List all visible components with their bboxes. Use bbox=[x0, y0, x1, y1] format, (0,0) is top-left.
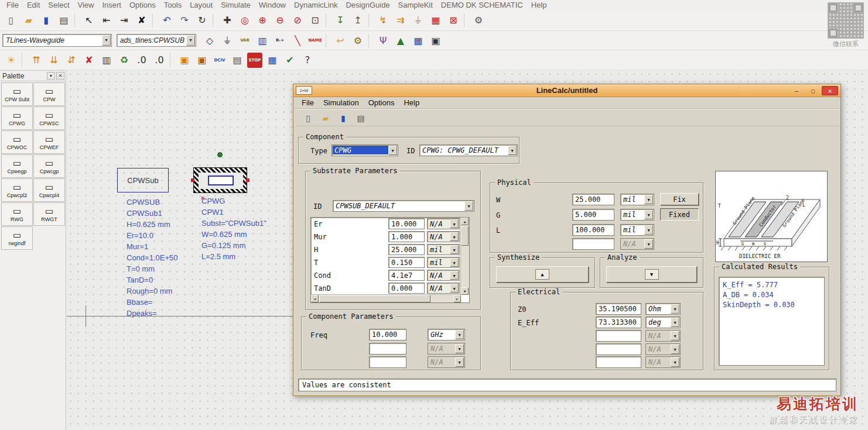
freq-unit-combo[interactable]: GHz bbox=[428, 329, 465, 340]
dc-annotation-voltage-icon[interactable]: ⇈ bbox=[29, 53, 44, 68]
palette-select-combo[interactable]: TLines-Waveguide bbox=[2, 34, 112, 47]
data-display-grid-icon[interactable]: ▦ bbox=[411, 33, 426, 48]
menu-item[interactable]: File bbox=[297, 98, 319, 107]
w-unit-combo[interactable]: mil bbox=[620, 194, 654, 205]
annotation-line[interactable]: Mur=1 bbox=[127, 241, 177, 252]
palette-item[interactable]: rwgindf bbox=[1, 226, 33, 250]
move-component-icon[interactable]: ✚ bbox=[220, 13, 235, 28]
vertical-scrollbar[interactable]: ▲ ▼ bbox=[460, 218, 469, 295]
insert-var-icon[interactable]: VAR bbox=[237, 33, 252, 48]
simulate-icon[interactable]: ☀ bbox=[4, 53, 19, 68]
insert-trace-icon[interactable]: ╲ bbox=[290, 33, 305, 48]
g-value-field[interactable]: 5.000 bbox=[572, 209, 614, 221]
g-unit-combo[interactable]: mil bbox=[620, 209, 654, 221]
stop-simulation-icon[interactable]: STOP bbox=[247, 53, 262, 68]
z0-value-field[interactable]: 35.190500 bbox=[596, 303, 641, 315]
annotation-line[interactable]: Bbase= bbox=[127, 297, 177, 308]
fix-button[interactable]: Fix bbox=[660, 193, 699, 205]
annotation-line[interactable]: H=0.625 mm bbox=[127, 219, 177, 230]
component-library-icon[interactable]: ▥ bbox=[255, 33, 270, 48]
param-value-field[interactable] bbox=[596, 356, 641, 368]
param-value-field[interactable] bbox=[596, 343, 641, 355]
print-icon[interactable]: ▤ bbox=[56, 13, 71, 28]
palette-item[interactable]: RWGT bbox=[33, 202, 65, 226]
insert-ground-icon[interactable]: ⏚ bbox=[220, 33, 235, 48]
analyze-button[interactable]: ▼ bbox=[606, 266, 697, 283]
move-text-left-icon[interactable]: ⇤ bbox=[99, 13, 114, 28]
undo-icon[interactable]: ↶ bbox=[159, 13, 175, 28]
z0-unit-combo[interactable]: Ohm bbox=[645, 303, 681, 315]
menu-item[interactable]: DynamicLink bbox=[290, 1, 341, 9]
annotation-line[interactable]: CPWSub1 bbox=[127, 208, 177, 219]
param-unit-combo[interactable]: N/A bbox=[427, 283, 460, 294]
menu-item[interactable]: Edit bbox=[23, 1, 44, 9]
param-unit-combo[interactable]: N/A bbox=[427, 270, 460, 281]
update-from-web-icon[interactable]: ♻ bbox=[117, 53, 132, 68]
annotation-line[interactable]: Rough=0 mm bbox=[127, 285, 177, 297]
zoom-area-icon[interactable]: ◎ bbox=[237, 13, 252, 28]
copy-to-layout-icon[interactable]: ▣ bbox=[177, 53, 192, 68]
library-browser-icon[interactable]: ▥ bbox=[99, 53, 114, 68]
menu-item[interactable]: Help bbox=[527, 1, 551, 9]
palette-item[interactable]: CPWG bbox=[1, 106, 33, 130]
delete-icon[interactable]: ✘ bbox=[134, 13, 149, 28]
palette-item[interactable]: Cpwegp bbox=[1, 154, 33, 178]
insert-bus-icon[interactable]: ⇉ bbox=[393, 13, 408, 28]
insert-wire-icon[interactable]: ↯ bbox=[375, 13, 391, 28]
param-value-field[interactable]: 25.000 bbox=[388, 244, 425, 255]
eeff-value-field[interactable]: 73.313300 bbox=[596, 317, 641, 328]
synthesize-button[interactable]: ▲ bbox=[496, 266, 589, 283]
type-combo[interactable]: CPWG bbox=[332, 145, 398, 156]
annotation-line[interactable]: CPWSUB bbox=[127, 197, 177, 208]
component-id-combo[interactable]: CPWG: CPWG_DEFAULT bbox=[419, 145, 518, 156]
increase-precision-icon[interactable]: .0 bbox=[134, 53, 149, 68]
maximize-button[interactable]: ▢ bbox=[805, 86, 821, 95]
l-unit-combo[interactable]: mil bbox=[620, 224, 654, 236]
design-settings-gear-icon[interactable]: ⚙ bbox=[350, 33, 365, 48]
move-text-right-icon[interactable]: ⇥ bbox=[117, 13, 132, 28]
palette-item[interactable]: CPWSC bbox=[33, 106, 65, 130]
netlist-viewer-icon[interactable]: ▤ bbox=[230, 53, 245, 68]
import-design-icon[interactable]: ↩ bbox=[333, 33, 348, 48]
dc-annotation-current-icon[interactable]: ⇊ bbox=[46, 53, 61, 68]
param-value-field[interactable]: 10.000 bbox=[388, 218, 425, 229]
menu-item[interactable]: Simulation bbox=[319, 98, 364, 107]
zoom-select-icon[interactable]: ⊡ bbox=[307, 13, 323, 28]
insert-ground-icon[interactable]: ⏚ bbox=[411, 13, 426, 28]
check-design-icon[interactable]: ✔ bbox=[282, 53, 298, 68]
substrate-id-combo[interactable]: CPWSUB_DEFAULT bbox=[333, 200, 474, 212]
palette-item[interactable]: Cpwcgp bbox=[33, 154, 65, 178]
menu-item[interactable]: Insert bbox=[98, 1, 125, 9]
annotation-line[interactable]: Subst="CPWSub1" bbox=[201, 218, 266, 229]
pop-out-of-hierarchy-icon[interactable]: ↥ bbox=[350, 13, 365, 28]
menu-item[interactable]: Help bbox=[399, 98, 424, 107]
palette-item[interactable]: CPW Subt bbox=[1, 82, 33, 106]
component-history-combo[interactable]: ads_tlines:CPWSUB bbox=[117, 34, 196, 47]
freq-value-field[interactable]: 10.000 bbox=[369, 329, 406, 340]
annotation-line[interactable]: T=0 mm bbox=[127, 263, 177, 274]
scroll-up-icon[interactable]: ▲ bbox=[461, 218, 469, 225]
param-unit-combo[interactable]: N/A bbox=[645, 343, 681, 355]
annotation-line[interactable]: Er=10.0 bbox=[127, 230, 177, 241]
palette-item[interactable]: CPWOC bbox=[1, 130, 33, 154]
dc-annotation-both-icon[interactable]: ⇵ bbox=[64, 53, 79, 68]
param-unit-combo[interactable]: N/A bbox=[427, 218, 460, 229]
s-matrix-icon[interactable]: ▦ bbox=[265, 53, 280, 68]
param-value-field[interactable] bbox=[369, 356, 406, 368]
annotation-line[interactable]: TanD=0 bbox=[127, 274, 177, 285]
param-unit-combo[interactable]: N/A bbox=[428, 356, 465, 368]
menu-item[interactable]: Select bbox=[44, 1, 73, 9]
w-value-field[interactable]: 25.000 bbox=[572, 194, 614, 205]
param-unit-combo[interactable]: mil bbox=[427, 244, 460, 255]
simulation-options-icon[interactable]: R-+ bbox=[272, 33, 288, 48]
menu-item[interactable]: File bbox=[2, 1, 23, 9]
param-unit-combo[interactable]: N/A bbox=[428, 343, 465, 355]
new-file-icon[interactable]: ▯ bbox=[302, 112, 315, 125]
print-icon[interactable]: ▤ bbox=[354, 112, 367, 125]
scroll-down-icon[interactable]: ▼ bbox=[461, 287, 469, 295]
menu-item[interactable]: SampleKit bbox=[394, 1, 437, 9]
scroll-left-icon[interactable]: ◄ bbox=[311, 295, 319, 302]
param-value-field[interactable] bbox=[369, 343, 406, 355]
menu-item[interactable]: Options bbox=[364, 98, 399, 107]
param-unit-combo[interactable]: N/A bbox=[620, 238, 654, 250]
